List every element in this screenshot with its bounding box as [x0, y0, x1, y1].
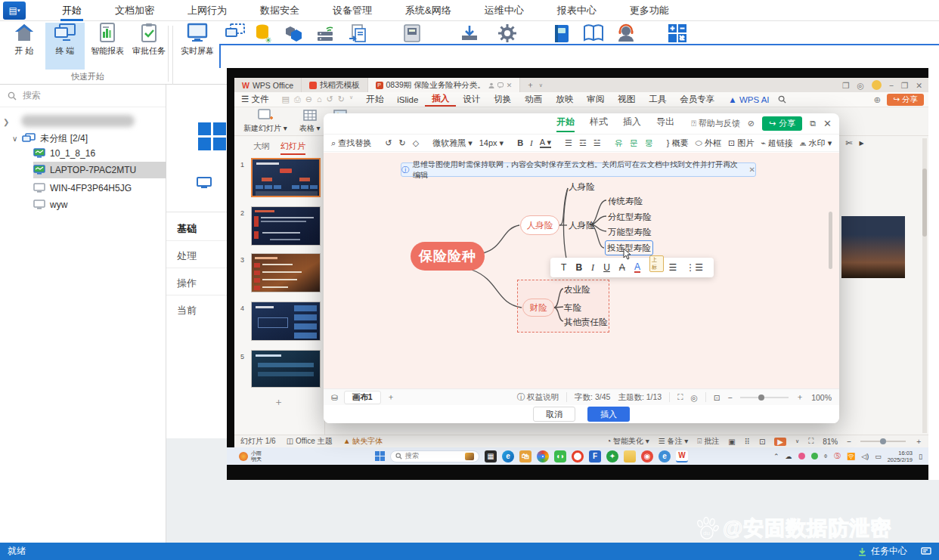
mindmap-node-dividend-life[interactable]: 分红型寿险 [608, 212, 652, 223]
taskbar-green-app-icon[interactable]: ✦ [606, 450, 618, 463]
numbered-list-button[interactable]: ⋮☰ [686, 262, 703, 273]
hyperlink-button[interactable]: ⌁ 超链接 [761, 138, 793, 149]
minimize-icon[interactable]: − [889, 81, 894, 90]
tree-item-terminal[interactable]: 10_1_8_16 [33, 145, 166, 162]
slide-thumbnail-1[interactable] [251, 158, 321, 197]
screen-status-icon[interactable] [921, 547, 931, 556]
new-tab-icon[interactable]: ＋ [526, 80, 535, 91]
policy-icon[interactable] [284, 23, 304, 43]
fit-icon[interactable]: ⛶ [808, 437, 813, 446]
theme-label[interactable]: ◫ Office 主题 [287, 436, 333, 447]
cut-icon[interactable]: ✄ [845, 138, 852, 148]
mindmap-node-other-liability[interactable]: 其他责任险 [564, 317, 608, 328]
align-center-icon[interactable]: ☲ [579, 138, 587, 148]
taskbar-search[interactable]: 搜索 [390, 450, 479, 463]
manual-book-icon[interactable] [553, 23, 571, 44]
support-headset-icon[interactable] [616, 23, 636, 43]
wps-menu-review[interactable]: 审阅 [580, 94, 611, 105]
find-replace-button[interactable]: ⌕ 查找替换 [331, 138, 371, 149]
font-color-button[interactable]: A ▾ [540, 138, 551, 148]
zoom-in-icon[interactable]: ＋ [796, 392, 804, 403]
avatar[interactable] [872, 80, 882, 90]
align-left-icon[interactable]: ☰ [565, 138, 572, 148]
taskbar-edge-icon[interactable]: e [502, 450, 514, 463]
undo-icon[interactable]: ↺ [385, 138, 392, 148]
wps-menu-tools[interactable]: 工具 [642, 94, 673, 105]
notification-icon[interactable]: ▯ [919, 453, 922, 460]
panel-item-process[interactable]: 处理 [177, 249, 197, 263]
taskbar-wechat-icon[interactable]: ◖◗ [554, 450, 566, 463]
layers-icon[interactable]: ⛁ [331, 393, 338, 402]
start-button[interactable] [375, 451, 385, 461]
zoom-slider[interactable] [860, 441, 906, 442]
mindmap-tab-start[interactable]: 开始 [556, 116, 575, 132]
slides-tab[interactable]: 幻灯片 [280, 141, 305, 155]
wps-menu-design[interactable]: 设计 [456, 94, 487, 105]
help-feedback-button[interactable]: ⍰ 帮助与反馈 [691, 118, 740, 129]
taskbar-folder-icon[interactable] [624, 450, 636, 463]
menu-web-behavior[interactable]: 上网行为 [186, 0, 228, 21]
taskbar-photos-icon[interactable]: ▦ [485, 450, 497, 463]
insert-button[interactable]: 插入 [587, 407, 630, 422]
mindmap-node-property-insurance[interactable]: 财险 [522, 299, 554, 317]
add-icon[interactable]: ⊕ [874, 94, 882, 105]
slide-thumbnail-2[interactable] [251, 206, 321, 246]
database-icon[interactable]: ✳ [254, 23, 272, 44]
canvas-scrollbar[interactable] [829, 212, 832, 269]
panel-item-operate[interactable]: 操作 [177, 277, 197, 290]
wifi-icon[interactable]: 🛜 [847, 453, 855, 460]
mindmap-tab-insert[interactable]: 插入 [623, 116, 641, 132]
notes-button[interactable]: ☰ 备注 ▾ [659, 436, 689, 447]
view-sorter-icon[interactable]: ⠿ [745, 438, 750, 446]
new-slide-button[interactable]: 新建幻灯片 ▾ [243, 109, 287, 134]
view-normal-icon[interactable]: ▣ [728, 438, 735, 446]
slide-thumbnail-4[interactable] [251, 302, 321, 341]
panel-item-basic[interactable]: 基础 [177, 222, 197, 236]
volume-icon[interactable]: ◁) [861, 453, 869, 460]
taskbar-opera-icon[interactable] [572, 450, 584, 463]
wps-share-button[interactable]: ↪ 分享 [887, 94, 924, 106]
superscript-button[interactable]: Σx上标 [649, 262, 659, 273]
print-icon[interactable]: ⎙ [294, 94, 301, 104]
device-port-icon[interactable] [402, 23, 422, 43]
tree-item-terminal-selected[interactable]: LAPTOP-7PAC2MTU [33, 162, 166, 178]
mindmap-node-life-mid[interactable]: 人身险 [569, 220, 595, 231]
taskbar-clock[interactable]: 16:03 2025/2/19 [888, 450, 913, 463]
more-tools-icon[interactable]: ▶ [859, 140, 863, 147]
cloud-icon[interactable]: ⌂ [317, 94, 322, 104]
tree-item-terminal[interactable]: WIN-4FP3P64H5JG [33, 180, 166, 196]
chevron-down-icon[interactable]: ∨ [795, 438, 799, 444]
menu-more[interactable]: 更多功能 [628, 0, 671, 21]
locate-icon[interactable]: ◎ [691, 393, 698, 402]
zoom-out-icon[interactable]: − [847, 438, 851, 446]
ribbon-start-button[interactable]: 开 始 [5, 23, 44, 70]
sidebar-search[interactable]: 搜索 [0, 85, 166, 107]
minimap-icon[interactable]: ⊡ [714, 393, 721, 402]
outline-tab[interactable]: 大纲 [253, 141, 270, 155]
frame-button[interactable]: ⬭ 外框 [695, 138, 721, 149]
menu-report-center[interactable]: 报表中心 [556, 0, 598, 21]
wps-ai-button[interactable]: ▲ WPS AI [721, 95, 776, 104]
search-icon[interactable] [778, 95, 786, 104]
save-icon[interactable]: ▤ [282, 94, 290, 104]
tray-dot-icon[interactable] [798, 453, 805, 459]
text-style-button[interactable]: T [561, 262, 566, 273]
close-tab-icon[interactable]: ✕ [507, 82, 513, 89]
mindmap-node-life-insurance[interactable]: 人身险 [520, 215, 559, 235]
underline-button[interactable]: U [603, 262, 610, 273]
bold-button[interactable]: B [575, 262, 582, 273]
skin-icon[interactable]: ◎ [857, 81, 863, 90]
taskbar-store-icon[interactable]: 🛍 [519, 450, 531, 463]
summary-button[interactable]: } 概要 [667, 138, 689, 149]
wps-document-tab[interactable]: P 0839期 保险业务险种分类。 ✕ [368, 78, 521, 92]
bold-button[interactable]: B [517, 138, 523, 147]
tree-root-caret[interactable]: ❯ [3, 118, 9, 126]
font-family-select[interactable]: 微软雅黑 ▾ [432, 138, 473, 149]
insert-image-button[interactable]: ⊡ 图片 [728, 138, 754, 149]
chevron-down-icon[interactable]: ∨ [349, 94, 353, 104]
export-icon[interactable]: ⊖ [305, 94, 312, 104]
ribbon-live-screen-button[interactable]: 实时屏幕 [177, 23, 218, 70]
redo-icon[interactable]: ↻ [398, 138, 405, 148]
fit-view-icon[interactable]: ⛶ [677, 392, 683, 402]
cancel-button[interactable]: 取消 [533, 407, 575, 422]
